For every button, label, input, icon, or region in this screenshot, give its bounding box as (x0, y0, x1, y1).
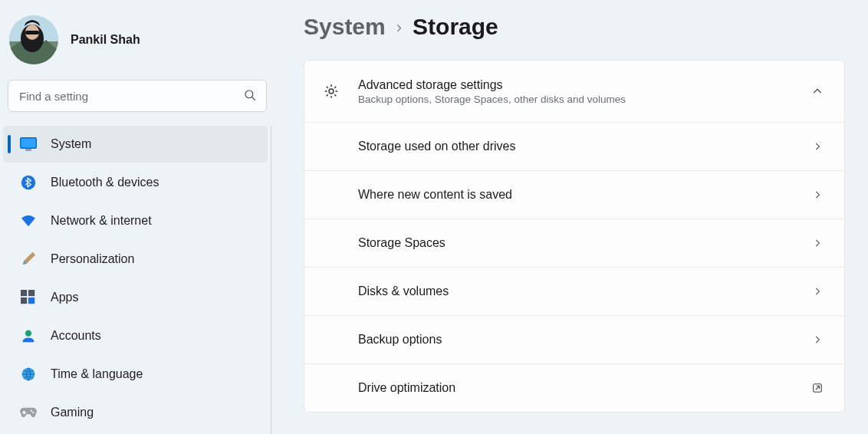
sidebar-item-network[interactable]: Network & internet (3, 202, 268, 239)
advanced-storage-card: Advanced storage settings Backup options… (304, 60, 845, 413)
svg-rect-10 (25, 149, 31, 151)
row-drive-optimization[interactable]: Drive optimization (304, 363, 844, 412)
sidebar: Pankil Shah System Bluetooth & (0, 0, 276, 434)
row-where-new-content[interactable]: Where new content is saved (304, 170, 844, 219)
svg-point-16 (25, 330, 31, 337)
gamepad-icon (20, 404, 37, 421)
svg-point-19 (32, 412, 34, 413)
row-label: Disks & volumes (358, 284, 809, 298)
panel-subtitle: Backup options, Storage Spaces, other di… (358, 94, 809, 105)
row-storage-other-drives[interactable]: Storage used on other drives (304, 122, 844, 170)
sidebar-item-apps[interactable]: Apps (3, 279, 268, 316)
person-icon (20, 327, 37, 344)
chevron-up-icon (809, 83, 826, 100)
globe-icon (20, 366, 37, 383)
bluetooth-icon (20, 174, 37, 191)
chevron-right-icon: › (396, 18, 402, 38)
row-storage-spaces[interactable]: Storage Spaces (304, 219, 844, 267)
brush-icon (20, 251, 37, 268)
chevron-right-icon (809, 235, 826, 252)
chevron-right-icon (809, 186, 826, 203)
open-external-icon (809, 380, 826, 396)
breadcrumb-parent[interactable]: System (304, 14, 386, 40)
sidebar-item-personalization[interactable]: Personalization (3, 241, 268, 278)
search-icon (243, 88, 257, 104)
advanced-storage-header[interactable]: Advanced storage settings Backup options… (304, 61, 844, 122)
sidebar-item-label: Accounts (51, 329, 260, 343)
sidebar-item-time-language[interactable]: Time & language (3, 356, 268, 393)
sidebar-item-gaming[interactable]: Gaming (3, 394, 268, 431)
svg-rect-13 (28, 290, 35, 296)
row-disks-volumes[interactable]: Disks & volumes (304, 267, 844, 315)
svg-rect-15 (28, 298, 35, 304)
sidebar-item-label: Time & language (51, 367, 260, 381)
search-input[interactable] (19, 90, 243, 103)
sidebar-item-label: Bluetooth & devices (51, 176, 260, 189)
sidebar-item-accounts[interactable]: Accounts (3, 317, 268, 354)
sidebar-item-bluetooth[interactable]: Bluetooth & devices (3, 164, 268, 201)
sidebar-item-system[interactable]: System (3, 126, 268, 163)
svg-rect-9 (21, 139, 36, 148)
sidebar-item-label: Apps (51, 291, 260, 304)
svg-rect-21 (22, 412, 26, 413)
profile-name: Pankil Shah (71, 33, 140, 47)
sidebar-item-label: Network & internet (51, 214, 260, 228)
svg-point-18 (31, 410, 32, 412)
avatar (9, 15, 58, 64)
svg-line-24 (816, 386, 820, 390)
row-label: Storage Spaces (358, 236, 809, 250)
svg-rect-5 (25, 31, 39, 35)
svg-line-7 (252, 97, 255, 100)
search-box[interactable] (8, 80, 267, 112)
sidebar-item-label: System (51, 137, 260, 151)
breadcrumb-current: Storage (413, 14, 498, 40)
chevron-right-icon (809, 283, 826, 300)
apps-icon (20, 289, 37, 306)
panel-title: Advanced storage settings (358, 78, 809, 92)
svg-point-6 (245, 90, 253, 98)
app-shell: Pankil Shah System Bluetooth & (0, 0, 868, 434)
sidebar-item-label: Personalization (51, 252, 260, 266)
chevron-right-icon (809, 138, 826, 155)
system-icon (20, 136, 37, 153)
row-backup-options[interactable]: Backup options (304, 315, 844, 363)
svg-rect-14 (21, 298, 27, 304)
main-content: System › Storage Advanced storage settin… (276, 0, 868, 434)
chevron-right-icon (809, 331, 826, 348)
search-wrap (3, 80, 271, 126)
row-label: Storage used on other drives (358, 140, 809, 153)
breadcrumb: System › Storage (304, 14, 845, 60)
row-label: Drive optimization (358, 381, 809, 395)
gear-icon (323, 83, 340, 100)
sidebar-item-label: Gaming (51, 406, 260, 419)
row-label: Where new content is saved (358, 188, 809, 202)
wifi-icon (20, 212, 37, 229)
row-label: Backup options (358, 333, 809, 347)
svg-rect-12 (21, 290, 27, 296)
nav: System Bluetooth & devices Network & int… (3, 126, 271, 434)
profile[interactable]: Pankil Shah (3, 8, 271, 80)
svg-point-22 (329, 89, 334, 94)
